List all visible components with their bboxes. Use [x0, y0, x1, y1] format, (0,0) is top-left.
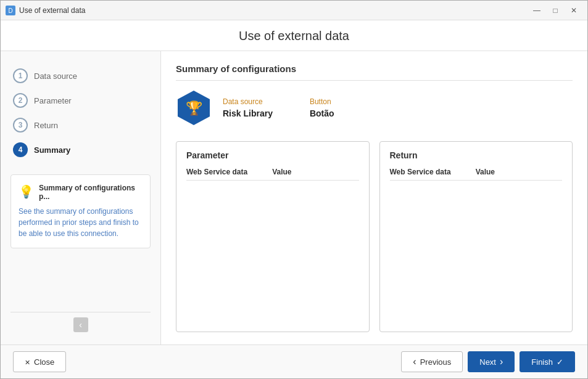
footer-left: Close: [13, 351, 401, 372]
datasource-label: Data source: [223, 97, 273, 106]
button-field: Button Botão: [310, 97, 334, 118]
step-3-label: Return: [34, 121, 58, 130]
window-body: 1 Data source 2 Parameter 3 Return 4: [1, 51, 587, 344]
button-label: Button: [310, 97, 334, 106]
step-4[interactable]: 4 Summary: [10, 137, 151, 162]
button-value: Botão: [310, 108, 334, 118]
check-icon: [557, 357, 563, 367]
chevron-left-icon: [413, 356, 416, 367]
hint-box: 💡 Summary of configurations p... See the…: [10, 174, 151, 248]
return-panel-title: Return: [390, 150, 563, 160]
svg-text:D: D: [8, 7, 12, 14]
datasource-value: Risk Library: [223, 108, 273, 118]
main-content: Summary of configurations 🏆 Data source …: [161, 51, 587, 344]
svg-text:🏆: 🏆: [186, 100, 203, 116]
step-3[interactable]: 3 Return: [10, 113, 151, 137]
step-1[interactable]: 1 Data source: [10, 63, 151, 88]
parameter-col2-header: Value: [272, 168, 291, 176]
chevron-right-icon: [500, 356, 503, 367]
datasource-field: Data source Risk Library: [223, 97, 273, 118]
return-col2-header: Value: [476, 168, 495, 176]
step-2-label: Parameter: [34, 96, 72, 105]
previous-button[interactable]: Previous: [401, 351, 463, 372]
step-3-circle: 3: [13, 118, 28, 132]
return-panel: Return Web Service data Value: [379, 141, 573, 332]
step-1-label: Data source: [34, 71, 77, 81]
close-button[interactable]: Close: [13, 351, 66, 372]
hint-title: Summary of configurations p...: [39, 184, 143, 201]
datasource-info: Data source Risk Library Button Botão: [223, 97, 334, 118]
datasource-icon-wrapper: 🏆: [176, 89, 212, 126]
main-window: D Use of external data — □ ✕ Use of exte…: [0, 0, 588, 379]
step-2-circle: 2: [13, 93, 28, 108]
lightbulb-icon: 💡: [19, 184, 34, 199]
sidebar-scroll-area: ‹: [10, 312, 151, 332]
datasource-row: 🏆 Data source Risk Library Button Botão: [176, 89, 573, 126]
window-title: Use of external data: [1, 29, 587, 43]
title-bar-label: Use of external data: [19, 6, 528, 15]
window-footer: Close Previous Next Finish: [1, 344, 587, 378]
window-header: Use of external data: [1, 20, 587, 51]
parameter-panel-title: Parameter: [186, 150, 359, 160]
datasource-hex-icon: 🏆: [176, 89, 212, 126]
minimize-button[interactable]: —: [528, 4, 545, 17]
section-title: Summary of configurations: [176, 63, 573, 81]
sidebar-scroll-button[interactable]: ‹: [73, 317, 88, 332]
close-circle-icon: [25, 357, 30, 367]
sidebar: 1 Data source 2 Parameter 3 Return 4: [1, 51, 161, 344]
finish-button[interactable]: Finish: [520, 351, 575, 372]
return-table-header: Web Service data Value: [390, 168, 563, 181]
maximize-button[interactable]: □: [547, 4, 564, 17]
hint-header: 💡 Summary of configurations p...: [19, 184, 143, 201]
title-bar: D Use of external data — □ ✕: [1, 1, 587, 20]
step-4-circle: 4: [13, 142, 28, 157]
close-window-button[interactable]: ✕: [565, 4, 582, 17]
window-icon: D: [6, 6, 15, 15]
next-button[interactable]: Next: [468, 351, 515, 372]
parameter-panel: Parameter Web Service data Value: [176, 141, 370, 332]
hint-text: See the summary of configurations perfor…: [19, 206, 143, 239]
step-2[interactable]: 2 Parameter: [10, 88, 151, 113]
panels-row: Parameter Web Service data Value Return …: [176, 141, 573, 332]
return-col1-header: Web Service data: [390, 168, 451, 176]
title-bar-controls: — □ ✕: [528, 4, 582, 17]
parameter-col1-header: Web Service data: [186, 168, 247, 176]
footer-right: Previous Next Finish: [401, 351, 575, 372]
step-1-circle: 1: [13, 68, 28, 83]
parameter-table-header: Web Service data Value: [186, 168, 359, 181]
step-4-label: Summary: [34, 145, 70, 155]
